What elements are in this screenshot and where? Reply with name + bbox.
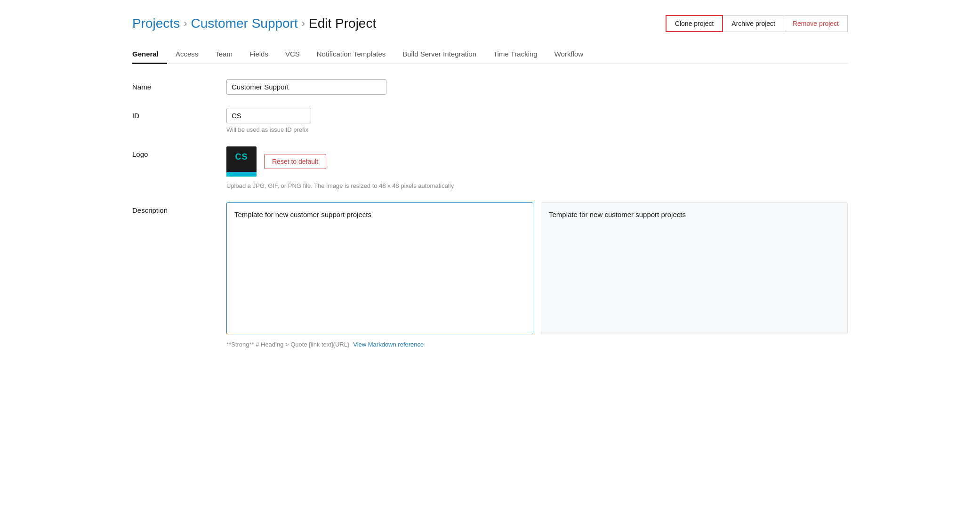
id-hint: Will be used as issue ID prefix <box>226 126 848 133</box>
clone-project-button[interactable]: Clone project <box>666 15 723 32</box>
logo-hint: Upload a JPG, GIF, or PNG file. The imag… <box>226 182 848 189</box>
id-row: ID Will be used as issue ID prefix <box>132 108 848 133</box>
description-editor[interactable]: Template for new customer support projec… <box>226 202 533 334</box>
tab-time-tracking[interactable]: Time Tracking <box>485 45 546 64</box>
reset-logo-button[interactable]: Reset to default <box>264 154 326 169</box>
remove-project-button[interactable]: Remove project <box>784 15 848 32</box>
page-header: Projects › Customer Support › Edit Proje… <box>132 15 848 32</box>
general-form: Name ID Will be used as issue ID prefix … <box>132 79 848 348</box>
tab-vcs[interactable]: VCS <box>277 45 308 64</box>
breadcrumb: Projects › Customer Support › Edit Proje… <box>132 16 376 31</box>
id-label: ID <box>132 108 226 120</box>
description-panels: Template for new customer support projec… <box>226 202 848 334</box>
logo-preview: CS <box>226 146 257 177</box>
tab-team[interactable]: Team <box>207 45 241 64</box>
name-row: Name <box>132 79 848 95</box>
tab-workflow[interactable]: Workflow <box>546 45 592 64</box>
description-row: Description Template for new customer su… <box>132 202 848 348</box>
id-field: Will be used as issue ID prefix <box>226 108 848 133</box>
logo-controls: CS Reset to default <box>226 146 848 177</box>
description-preview: Template for new customer support projec… <box>541 202 848 334</box>
description-label: Description <box>132 202 226 214</box>
markdown-syntax-hint: **Strong** # Heading > Quote [link text]… <box>226 341 349 348</box>
logo-label: Logo <box>132 146 226 158</box>
tab-fields[interactable]: Fields <box>241 45 277 64</box>
tab-notification-templates[interactable]: Notification Templates <box>308 45 394 64</box>
tab-general[interactable]: General <box>132 45 167 64</box>
breadcrumb-sep-2: › <box>302 17 305 30</box>
breadcrumb-current-page: Edit Project <box>309 16 376 31</box>
logo-initials: CS <box>235 146 248 162</box>
logo-row: Logo CS Reset to default Upload a JPG, G… <box>132 146 848 189</box>
tab-build-server-integration[interactable]: Build Server Integration <box>394 45 485 64</box>
description-field: Template for new customer support projec… <box>226 202 848 348</box>
id-input[interactable] <box>226 108 311 123</box>
header-actions: Clone project Archive project Remove pro… <box>666 15 848 32</box>
name-label: Name <box>132 79 226 91</box>
breadcrumb-sep-1: › <box>184 17 187 30</box>
archive-project-button[interactable]: Archive project <box>723 15 784 32</box>
name-field <box>226 79 848 95</box>
logo-bar <box>226 172 257 177</box>
breadcrumb-project-name[interactable]: Customer Support <box>191 16 297 31</box>
markdown-hint: **Strong** # Heading > Quote [link text]… <box>226 341 848 348</box>
name-input[interactable] <box>226 79 386 95</box>
breadcrumb-projects[interactable]: Projects <box>132 16 180 31</box>
markdown-reference-link[interactable]: View Markdown reference <box>353 341 424 348</box>
tab-access[interactable]: Access <box>167 45 207 64</box>
logo-field: CS Reset to default Upload a JPG, GIF, o… <box>226 146 848 189</box>
tab-bar: General Access Team Fields VCS Notificat… <box>132 45 848 64</box>
